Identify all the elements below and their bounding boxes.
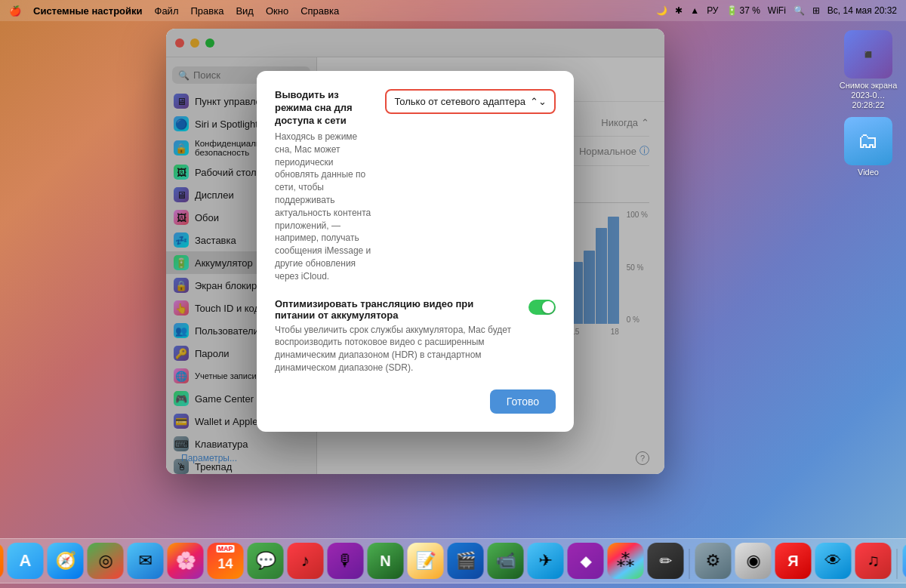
dock-item-pinwheel[interactable]: ⁂ bbox=[608, 543, 644, 579]
dock: 🖥 A 🧭 ◎ ✉ 🌸 МАР 14 💬 ♪ 🎙 N 📝 🎬 📹 ✈ ◆ ⁂ ✏… bbox=[0, 538, 906, 583]
wifi-icon[interactable]: ▲ bbox=[690, 5, 699, 16]
dropdown-chevron-icon: ⌃⌄ bbox=[530, 96, 547, 107]
dock-item-messages[interactable]: 💬 bbox=[248, 543, 284, 579]
modal-optimize-desc: Чтобы увеличить срок службы аккумулятора… bbox=[275, 324, 516, 374]
modal-dialog: Выводить из режима сна для доступа к сет… bbox=[257, 71, 574, 431]
dock-item-podcasts[interactable]: 🎙 bbox=[328, 543, 364, 579]
modal-footer: Готово bbox=[275, 389, 556, 414]
desktop-icon-screenshot[interactable]: ⬛ Снимок экрана2023-0…20:28:22 bbox=[838, 30, 898, 111]
modal-wake-desc: Находясь в режиме сна, Mac может периоди… bbox=[275, 131, 373, 283]
toggle-knob bbox=[542, 301, 554, 313]
screenshot-label: Снимок экрана2023-0…20:28:22 bbox=[838, 81, 898, 111]
modal-overlay: Выводить из режима сна для доступа к сет… bbox=[166, 29, 664, 474]
dock-item-numbers[interactable]: N bbox=[368, 543, 404, 579]
datetime: Вс, 14 мая 20:32 bbox=[827, 5, 897, 16]
dock-item-launchpad[interactable] bbox=[0, 543, 4, 579]
modal-wake-title: Выводить из режима сна для доступа к сет… bbox=[275, 89, 373, 128]
desktop-icons-container: ⬛ Снимок экрана2023-0…20:28:22 🗂 Video bbox=[838, 30, 898, 177]
modal-optimize-label-group: Оптимизировать трансляцию видео при пита… bbox=[275, 298, 516, 374]
file-menu[interactable]: Файл bbox=[155, 5, 179, 17]
dock-separator-2 bbox=[897, 549, 898, 579]
window-menu[interactable]: Окно bbox=[266, 5, 288, 17]
dock-separator bbox=[689, 549, 690, 579]
modal-wake-label-group: Выводить из режима сна для доступа к сет… bbox=[275, 89, 373, 282]
dock-item-mail[interactable]: ✉ bbox=[128, 543, 164, 579]
apple-menu[interactable]: 🍎 bbox=[9, 5, 21, 17]
modal-wake-option: Только от сетевого адаптера bbox=[394, 96, 525, 107]
done-button[interactable]: Готово bbox=[490, 389, 556, 414]
dock-item-screenbrush[interactable]: ✏ bbox=[648, 543, 684, 579]
screenshot-thumbnail: ⬛ bbox=[844, 30, 892, 79]
modal-optimize-title: Оптимизировать трансляцию видео при пита… bbox=[275, 298, 516, 321]
dock-item-safari[interactable]: 🧭 bbox=[48, 543, 84, 579]
lang-indicator[interactable]: РУ bbox=[707, 5, 718, 16]
modal-optimize-section: Оптимизировать трансляцию видео при пита… bbox=[275, 298, 556, 374]
video-folder-thumbnail: 🗂 bbox=[844, 117, 892, 165]
modal-wake-dropdown[interactable]: Только от сетевого адаптера ⌃⌄ bbox=[385, 89, 556, 114]
desktop: 🍎 Системные настройки Файл Правка Вид Ок… bbox=[0, 0, 906, 588]
dock-item-action[interactable]: ◉ bbox=[735, 543, 772, 579]
wifi-status[interactable]: WiFi bbox=[768, 5, 786, 16]
system-preferences-window: 🔍 🖥 Пункт управления 🔵 Siri и Spotlight … bbox=[166, 29, 664, 474]
dock-item-appstore[interactable]: A bbox=[8, 543, 44, 579]
dock-item-chrome[interactable]: ◎ bbox=[88, 543, 124, 579]
video-label: Video bbox=[858, 168, 879, 177]
dock-item-photos[interactable]: 🌸 bbox=[168, 543, 204, 579]
optimize-toggle[interactable] bbox=[528, 300, 556, 315]
menubar: 🍎 Системные настройки Файл Правка Вид Ок… bbox=[0, 0, 906, 21]
dock-item-music[interactable]: ♪ bbox=[288, 543, 324, 579]
dock-item-sysprefs[interactable]: ⚙ bbox=[695, 543, 732, 579]
app-name[interactable]: Системные настройки bbox=[33, 5, 143, 17]
dock-item-calendar[interactable]: МАР 14 bbox=[208, 543, 244, 579]
view-menu[interactable]: Вид bbox=[236, 5, 254, 17]
dock-item-imovie[interactable]: 🎬 bbox=[448, 543, 484, 579]
dock-item-itunes[interactable]: ♫ bbox=[855, 543, 892, 579]
dock-item-telegram[interactable]: ✈ bbox=[528, 543, 564, 579]
modal-wake-row: Выводить из режима сна для доступа к сет… bbox=[275, 89, 556, 282]
bluetooth-icon[interactable]: ✱ bbox=[675, 5, 683, 16]
modal-toggle-wrapper: Оптимизировать трансляцию видео при пита… bbox=[275, 298, 556, 374]
desktop-icon-video[interactable]: 🗂 Video bbox=[838, 117, 898, 177]
edit-menu[interactable]: Правка bbox=[190, 5, 223, 17]
dock-item-affinity[interactable]: ◆ bbox=[568, 543, 604, 579]
battery-menu[interactable]: 🔋 37 % bbox=[726, 5, 760, 16]
dock-item-notes[interactable]: 📝 bbox=[408, 543, 444, 579]
help-menu[interactable]: Справка bbox=[300, 5, 339, 17]
search-menu-icon[interactable]: 🔍 bbox=[794, 5, 805, 16]
focus-icon[interactable]: 🌙 bbox=[656, 5, 667, 16]
modal-wake-section: Выводить из режима сна для доступа к сет… bbox=[275, 89, 556, 282]
dock-item-finder2[interactable]: 🗂 bbox=[903, 543, 907, 579]
dock-item-preview[interactable]: 👁 bbox=[815, 543, 852, 579]
dock-item-facetime[interactable]: 📹 bbox=[488, 543, 524, 579]
dock-item-yandex[interactable]: Я bbox=[775, 543, 812, 579]
control-center-icon[interactable]: ⊞ bbox=[812, 5, 820, 16]
